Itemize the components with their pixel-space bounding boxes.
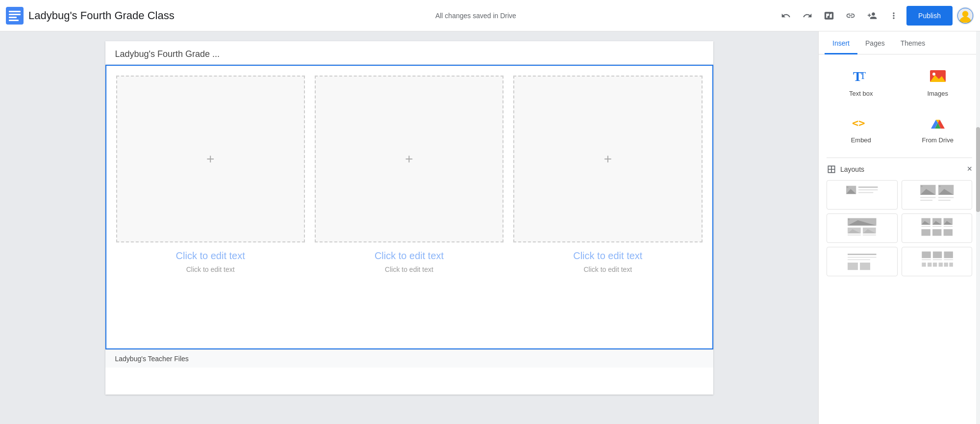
svg-rect-1 xyxy=(9,11,21,12)
svg-rect-72 xyxy=(938,263,942,266)
svg-text:T: T xyxy=(860,70,866,81)
svg-rect-69 xyxy=(922,263,926,266)
image-placeholder-1[interactable]: + xyxy=(116,76,305,242)
svg-rect-70 xyxy=(928,263,931,266)
text-secondary-2[interactable]: Click to edit text xyxy=(315,265,503,273)
insert-items-grid: T T Text box Images xyxy=(827,62,972,148)
svg-point-23 xyxy=(847,186,849,188)
content-section[interactable]: + Click to edit text Click to edit text … xyxy=(105,65,713,349)
drive-icon xyxy=(928,113,948,132)
svg-point-29 xyxy=(921,186,923,187)
svg-rect-71 xyxy=(932,263,936,266)
text-primary-2[interactable]: Click to edit text xyxy=(315,250,503,262)
layout-options-grid xyxy=(827,180,972,276)
page-header-bar[interactable]: Ladybug's Fourth Grade ... xyxy=(105,41,713,65)
header-actions: Publish xyxy=(777,6,974,26)
image-placeholder-3[interactable]: + xyxy=(513,76,702,242)
panel-content: T T Text box Images xyxy=(819,54,980,284)
text-block-2: Click to edit text Click to edit text xyxy=(315,250,503,273)
panel-tabs: Insert Pages Themes xyxy=(819,31,980,54)
svg-rect-55 xyxy=(921,229,930,236)
layout-option-2[interactable] xyxy=(902,180,973,210)
more-options-button[interactable] xyxy=(885,7,903,25)
text-secondary-3[interactable]: Click to edit text xyxy=(513,265,702,273)
layouts-section: Layouts × xyxy=(827,158,972,276)
image-placeholder-2[interactable]: + xyxy=(315,76,503,242)
svg-rect-65 xyxy=(944,252,953,258)
header-center: All changes saved in Drive xyxy=(175,12,777,20)
text-box-label: Text box xyxy=(849,90,873,97)
add-image-icon-1: + xyxy=(206,151,214,167)
svg-text:<>: <> xyxy=(852,117,865,129)
text-primary-1[interactable]: Click to edit text xyxy=(116,250,305,262)
layouts-title-row: Layouts xyxy=(827,164,864,174)
content-block-2: + Click to edit text Click to edit text xyxy=(315,76,503,273)
svg-rect-62 xyxy=(860,263,870,270)
svg-rect-56 xyxy=(932,229,941,236)
from-drive-label: From Drive xyxy=(922,136,954,144)
doc-title[interactable]: Ladybug's Fourth Grade Class xyxy=(28,9,175,22)
images-label: Images xyxy=(927,90,948,97)
insert-from-drive[interactable]: From Drive xyxy=(904,109,973,148)
header: Ladybug's Fourth Grade Class All changes… xyxy=(0,0,980,31)
images-icon xyxy=(928,66,948,86)
tab-insert[interactable]: Insert xyxy=(825,31,857,54)
text-secondary-1[interactable]: Click to edit text xyxy=(116,265,305,273)
canvas-area: Ladybug's Fourth Grade ... + Click to ed… xyxy=(0,31,818,424)
main-layout: Ladybug's Fourth Grade ... + Click to ed… xyxy=(0,31,980,424)
undo-button[interactable] xyxy=(777,7,795,25)
svg-rect-74 xyxy=(949,263,953,266)
right-panel: Insert Pages Themes T T Text box xyxy=(818,31,980,424)
svg-rect-2 xyxy=(9,14,21,15)
insert-images[interactable]: Images xyxy=(904,62,973,101)
layout-option-6[interactable] xyxy=(902,247,973,276)
tab-pages[interactable]: Pages xyxy=(857,31,893,54)
content-block-3: + Click to edit text Click to edit text xyxy=(513,76,702,273)
text-primary-3[interactable]: Click to edit text xyxy=(513,250,702,262)
svg-point-39 xyxy=(848,218,850,220)
layout-option-1[interactable] xyxy=(827,180,898,210)
site-page: Ladybug's Fourth Grade ... + Click to ed… xyxy=(105,41,713,395)
preview-button[interactable] xyxy=(820,7,838,25)
embed-label: Embed xyxy=(851,136,871,144)
svg-rect-4 xyxy=(9,20,19,21)
svg-rect-0 xyxy=(6,7,24,25)
insert-text-box[interactable]: T T Text box xyxy=(827,62,896,101)
footer-bar[interactable]: Ladybug's Teacher Files xyxy=(105,349,713,368)
app-icon[interactable] xyxy=(6,7,24,25)
embed-icon: <> xyxy=(851,113,871,132)
text-block-3: Click to edit text Click to edit text xyxy=(513,250,702,273)
svg-point-32 xyxy=(938,186,940,187)
layout-option-4[interactable] xyxy=(902,213,973,243)
svg-rect-64 xyxy=(932,252,941,258)
insert-embed[interactable]: <> Embed xyxy=(827,109,896,148)
redo-button[interactable] xyxy=(799,7,816,25)
insert-link-button[interactable] xyxy=(842,7,859,25)
svg-point-7 xyxy=(962,11,968,17)
text-box-icon: T T xyxy=(851,66,871,86)
saved-status: All changes saved in Drive xyxy=(435,12,516,20)
svg-rect-57 xyxy=(943,229,952,236)
svg-rect-73 xyxy=(944,263,948,266)
layouts-grid-icon xyxy=(827,164,836,174)
tab-themes[interactable]: Themes xyxy=(893,31,933,54)
layouts-header: Layouts × xyxy=(827,164,972,174)
layout-option-3[interactable] xyxy=(827,213,898,243)
svg-point-13 xyxy=(932,73,935,76)
publish-button[interactable]: Publish xyxy=(906,6,953,26)
layout-option-5[interactable] xyxy=(827,247,898,276)
layouts-close-button[interactable]: × xyxy=(967,164,972,174)
text-block-1: Click to edit text Click to edit text xyxy=(116,250,305,273)
svg-rect-61 xyxy=(848,263,858,270)
add-person-button[interactable] xyxy=(863,7,881,25)
layouts-title: Layouts xyxy=(840,165,864,173)
svg-rect-3 xyxy=(9,17,17,18)
avatar[interactable] xyxy=(956,7,974,25)
content-block-1: + Click to edit text Click to edit text xyxy=(116,76,305,273)
add-image-icon-3: + xyxy=(604,151,612,167)
svg-rect-63 xyxy=(922,252,930,258)
image-grid: + Click to edit text Click to edit text … xyxy=(116,76,703,273)
add-image-icon-2: + xyxy=(405,151,413,167)
